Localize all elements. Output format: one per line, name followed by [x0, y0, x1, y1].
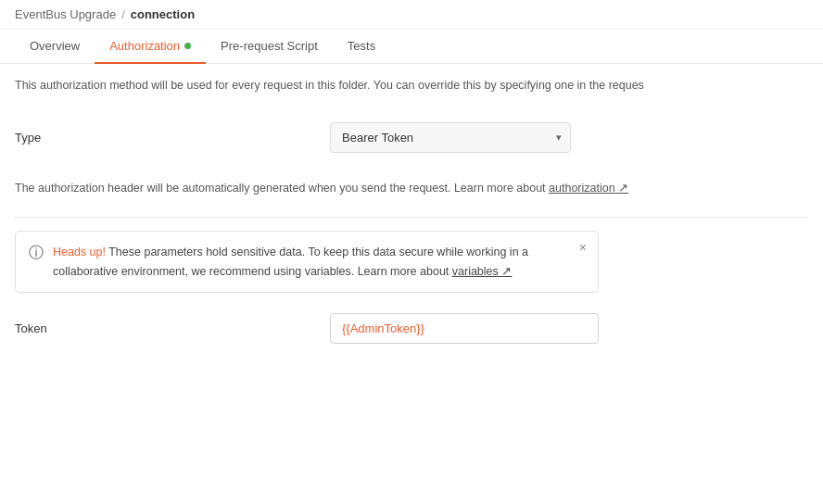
authorization-active-dot — [184, 43, 191, 49]
token-label: Token — [15, 321, 330, 335]
breadcrumb-parent[interactable]: EventBus Upgrade — [15, 7, 116, 21]
variables-link[interactable]: variables ↗ — [452, 265, 513, 278]
divider — [15, 217, 808, 218]
tab-pre-request-script[interactable]: Pre-request Script — [206, 30, 333, 64]
alert-close-button[interactable]: × — [579, 241, 587, 254]
info-icon: ⓘ — [29, 244, 44, 263]
hint-text: The authorization header will be automat… — [15, 179, 808, 198]
alert-highlight: Heads up! — [53, 246, 106, 258]
token-input[interactable] — [330, 313, 599, 344]
info-text: This authorization method will be used f… — [15, 77, 808, 94]
type-select-wrapper: Bearer Token No Auth API Key Basic Auth … — [330, 122, 571, 153]
breadcrumb-separator: / — [121, 7, 125, 21]
tab-overview[interactable]: Overview — [15, 30, 95, 64]
type-select[interactable]: Bearer Token No Auth API Key Basic Auth … — [330, 122, 571, 153]
tabs-bar: Overview Authorization Pre-request Scrip… — [0, 30, 823, 64]
breadcrumb: EventBus Upgrade / connection — [0, 0, 823, 30]
breadcrumb-current: connection — [131, 7, 195, 21]
authorization-link[interactable]: authorization ↗ — [549, 182, 628, 195]
type-label: Type — [15, 131, 330, 145]
main-content: This authorization method will be used f… — [0, 64, 823, 357]
type-row: Type Bearer Token No Auth API Key Basic … — [15, 113, 808, 162]
token-row: Token — [15, 313, 808, 344]
alert-content: Heads up! These parameters hold sensitiv… — [53, 243, 585, 281]
tab-authorization[interactable]: Authorization — [95, 30, 206, 64]
alert-box: ⓘ Heads up! These parameters hold sensit… — [15, 231, 599, 293]
tab-tests[interactable]: Tests — [333, 30, 390, 64]
